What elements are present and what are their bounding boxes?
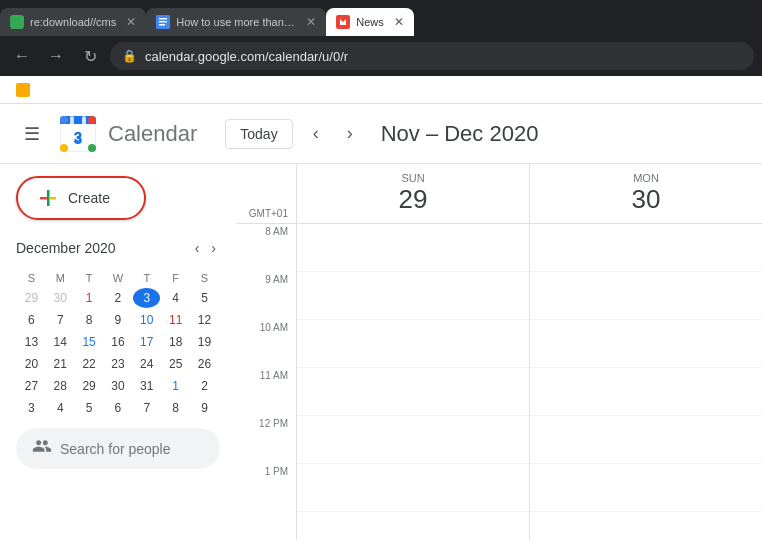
tab-news[interactable]: News ✕ — [326, 8, 414, 36]
mini-cal-day[interactable]: 29 — [18, 288, 45, 308]
tab-favicon-1 — [10, 15, 24, 29]
refresh-button[interactable]: ↻ — [76, 42, 104, 70]
time-slot-10am: 10 AM — [236, 320, 296, 368]
mini-cal-day[interactable]: 3 — [18, 398, 45, 418]
mini-cal-day[interactable]: 1 — [76, 288, 103, 308]
slot-mon-11am[interactable] — [530, 368, 762, 416]
slot-sun-12pm[interactable] — [297, 416, 529, 464]
day-name-sun: SUN — [297, 172, 529, 184]
day-columns — [296, 224, 762, 540]
day-col-mon[interactable] — [529, 224, 762, 540]
mini-cal-day[interactable]: 22 — [76, 354, 103, 374]
mini-cal-day[interactable]: 6 — [105, 398, 132, 418]
mini-cal-day[interactable]: 14 — [47, 332, 74, 352]
mini-cal-day[interactable]: 11 — [162, 310, 189, 330]
mini-cal-day[interactable]: 2 — [191, 376, 218, 396]
slot-mon-12pm[interactable] — [530, 416, 762, 464]
tab-close-3[interactable]: ✕ — [394, 15, 404, 29]
browser-chrome: re:download//cms ✕ How to use more than … — [0, 0, 762, 104]
mini-cal-day[interactable]: 13 — [18, 332, 45, 352]
slot-mon-8am[interactable] — [530, 224, 762, 272]
weekday-wed: W — [105, 270, 132, 286]
mini-cal-day[interactable]: 7 — [47, 310, 74, 330]
mini-cal-day[interactable]: 4 — [162, 288, 189, 308]
mini-cal-day[interactable]: 20 — [18, 354, 45, 374]
search-people-icon — [32, 436, 52, 461]
mini-cal-day[interactable]: 9 — [191, 398, 218, 418]
date-range-label: Nov – Dec 2020 — [381, 121, 539, 147]
bookmark-icon — [16, 83, 30, 97]
mini-cal-day[interactable]: 31 — [133, 376, 160, 396]
svg-rect-10 — [60, 116, 68, 124]
prev-period-button[interactable]: ‹ — [305, 119, 327, 148]
mini-cal-day[interactable]: 3 — [133, 288, 160, 308]
forward-button[interactable]: → — [42, 42, 70, 70]
time-slot-12pm: 12 PM — [236, 416, 296, 464]
slot-mon-1pm[interactable] — [530, 464, 762, 512]
mini-cal-day[interactable]: 15 — [76, 332, 103, 352]
time-gutter-header: GMT+01 — [236, 164, 296, 223]
bookmark-bar — [0, 76, 762, 104]
hamburger-menu[interactable]: ☰ — [16, 115, 48, 153]
mini-cal-day[interactable]: 5 — [76, 398, 103, 418]
mini-cal-day[interactable]: 4 — [47, 398, 74, 418]
slot-mon-10am[interactable] — [530, 320, 762, 368]
mini-cal-day[interactable]: 24 — [133, 354, 160, 374]
mini-calendar: December 2020 ‹ › S M T W T — [16, 236, 220, 420]
mini-cal-day[interactable]: 19 — [191, 332, 218, 352]
mini-cal-day[interactable]: 21 — [47, 354, 74, 374]
mini-cal-day[interactable]: 28 — [47, 376, 74, 396]
slot-sun-8am[interactable] — [297, 224, 529, 272]
slot-sun-9am[interactable] — [297, 272, 529, 320]
tab-title-3: News — [356, 16, 384, 28]
bookmark-item[interactable] — [8, 81, 38, 99]
tab-close-1[interactable]: ✕ — [126, 15, 136, 29]
mini-cal-title: December 2020 — [16, 240, 116, 256]
tab-howto[interactable]: How to use more than one time… ✕ — [146, 8, 326, 36]
mini-cal-day[interactable]: 26 — [191, 354, 218, 374]
tab-redownload[interactable]: re:download//cms ✕ — [0, 8, 146, 36]
mini-cal-next[interactable]: › — [207, 236, 220, 260]
main-content: Create December 2020 ‹ › S M — [0, 164, 762, 540]
today-button[interactable]: Today — [225, 119, 292, 149]
slot-sun-1pm[interactable] — [297, 464, 529, 512]
sidebar: Create December 2020 ‹ › S M — [0, 164, 236, 540]
mini-cal-day[interactable]: 30 — [105, 376, 132, 396]
mini-cal-day[interactable]: 6 — [18, 310, 45, 330]
mini-cal-day[interactable]: 29 — [76, 376, 103, 396]
day-header-mon: MON 30 — [529, 164, 762, 223]
mini-cal-day[interactable]: 18 — [162, 332, 189, 352]
slot-mon-9am[interactable] — [530, 272, 762, 320]
mini-cal-day[interactable]: 25 — [162, 354, 189, 374]
create-button[interactable]: Create — [16, 176, 146, 220]
mini-cal-day[interactable]: 1 — [162, 376, 189, 396]
mini-cal-day[interactable]: 8 — [162, 398, 189, 418]
mini-cal-day[interactable]: 8 — [76, 310, 103, 330]
create-label: Create — [68, 190, 110, 206]
mini-cal-day[interactable]: 10 — [133, 310, 160, 330]
next-period-button[interactable]: › — [339, 119, 361, 148]
weekday-sat: S — [191, 270, 218, 286]
day-col-sun[interactable] — [296, 224, 529, 540]
svg-rect-3 — [159, 24, 165, 26]
mini-cal-day[interactable]: 27 — [18, 376, 45, 396]
mini-cal-day[interactable]: 16 — [105, 332, 132, 352]
url-bar[interactable]: 🔒 calendar.google.com/calendar/u/0/r — [110, 42, 754, 70]
search-people-button[interactable]: Search for people — [16, 428, 220, 469]
mini-cal-day[interactable]: 30 — [47, 288, 74, 308]
mini-cal-day[interactable]: 23 — [105, 354, 132, 374]
mini-cal-day[interactable]: 2 — [105, 288, 132, 308]
mini-cal-day[interactable]: 12 — [191, 310, 218, 330]
slot-sun-10am[interactable] — [297, 320, 529, 368]
mini-cal-day[interactable]: 9 — [105, 310, 132, 330]
mini-cal-prev[interactable]: ‹ — [191, 236, 204, 260]
back-button[interactable]: ← — [8, 42, 36, 70]
mini-cal-day[interactable]: 5 — [191, 288, 218, 308]
slot-sun-11am[interactable] — [297, 368, 529, 416]
tab-close-2[interactable]: ✕ — [306, 15, 316, 29]
svg-rect-12 — [60, 144, 68, 152]
weekday-mon: M — [47, 270, 74, 286]
mini-cal-day[interactable]: 17 — [133, 332, 160, 352]
day-header-sun: SUN 29 — [296, 164, 529, 223]
mini-cal-day[interactable]: 7 — [133, 398, 160, 418]
